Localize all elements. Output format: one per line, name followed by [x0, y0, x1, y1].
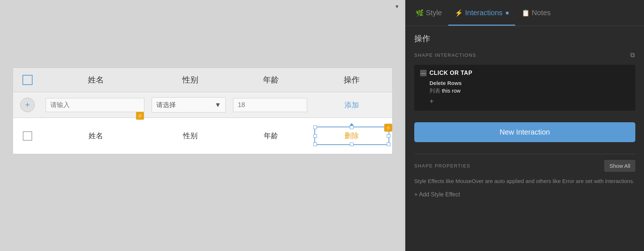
tab-interactions-label: Interactions: [465, 9, 502, 17]
action-row: Delete Rows 列表 this row: [420, 80, 630, 94]
lightning-badge-left: ⚡: [136, 112, 144, 120]
row-action-col: 删除 ⚡: [312, 125, 392, 146]
age-input[interactable]: [233, 98, 307, 112]
right-panel: 🌿 Style ⚡ Interactions 📋 Notes 操作 SHAPE …: [405, 0, 644, 251]
add-row-button[interactable]: +: [20, 98, 35, 112]
table-header-row: 姓名 性别 年龄 操作: [13, 68, 392, 92]
interaction-title: CLICK OR TAP: [429, 70, 473, 76]
handle-br: [387, 142, 390, 146]
shape-properties-header: SHAPE PROPERTIES Show All: [414, 160, 635, 172]
show-all-button[interactable]: Show All: [604, 160, 635, 172]
interactions-dot: [506, 12, 509, 14]
add-action-button[interactable]: +: [429, 97, 434, 105]
shape-properties-description: Style Effects like MouseOver are auto ap…: [414, 177, 635, 186]
header-age: 年龄: [230, 75, 311, 85]
plus-row: +: [420, 97, 630, 106]
input-gender-col: 请选择 ▼: [148, 97, 229, 112]
style-icon: 🌿: [416, 9, 424, 17]
input-row: + 请选择 ▼ 添加 ⚡: [13, 92, 392, 118]
shape-interactions-section: SHAPE INTERACTIONS ⧉: [414, 51, 635, 59]
handle-tm: [350, 126, 353, 129]
action-detail-prefix: 列表: [429, 88, 440, 94]
tab-interactions[interactable]: ⚡ Interactions: [448, 0, 515, 26]
table-container: 姓名 性别 年龄 操作 + 请选择 ▼ 添加: [13, 68, 393, 154]
header-checkbox[interactable]: [22, 75, 33, 85]
panel-tabs: 🌿 Style ⚡ Interactions 📋 Notes: [406, 0, 644, 26]
input-row-add-col: +: [13, 98, 42, 112]
input-age-col: [229, 98, 311, 112]
handle-bm: [350, 142, 353, 146]
expand-icon[interactable]: ⧉: [630, 51, 636, 59]
header-gender: 性别: [150, 75, 230, 85]
delete-button-label: 删除: [344, 132, 359, 140]
interaction-block: — CLICK OR TAP Delete Rows 列表 this row +: [414, 65, 635, 111]
name-input[interactable]: [46, 98, 144, 112]
panel-content: 操作 SHAPE INTERACTIONS ⧉ — CLICK OR TAP D…: [406, 26, 644, 251]
collapse-button[interactable]: —: [420, 70, 427, 76]
row-age: 年龄: [230, 131, 311, 141]
dropdown-icon: ▼: [215, 101, 221, 109]
handle-tl: [313, 126, 317, 129]
section-title: 操作: [414, 33, 635, 44]
handle-bl: [313, 142, 317, 146]
notes-icon: 📋: [522, 9, 530, 17]
handle-mr: [387, 134, 390, 138]
canvas: ▼ 姓名 性别 年龄 操作 + 请选择 ▼: [0, 0, 405, 251]
interaction-header-row: — CLICK OR TAP: [420, 70, 630, 76]
data-row[interactable]: 姓名 性别 年龄 删除 ⚡: [13, 118, 392, 154]
shape-interactions-label: SHAPE INTERACTIONS: [414, 52, 476, 58]
header-checkbox-col: [13, 75, 42, 85]
header-action: 操作: [312, 75, 392, 85]
interactions-icon: ⚡: [455, 9, 463, 17]
gender-select-label: 请选择: [156, 101, 176, 109]
handle-ml: [313, 134, 317, 138]
tab-style-label: Style: [426, 9, 442, 17]
row-name: 姓名: [42, 131, 150, 141]
gender-select[interactable]: 请选择 ▼: [152, 97, 226, 112]
action-detail: 列表 this row: [429, 88, 630, 94]
tab-notes-label: Notes: [532, 9, 551, 17]
row-gender: 性别: [150, 131, 230, 141]
row-checkbox-col: [13, 131, 42, 141]
shape-properties-label: SHAPE PROPERTIES: [414, 163, 470, 169]
new-interaction-button[interactable]: New Interaction: [414, 122, 635, 142]
action-detail-value: this row: [442, 88, 461, 94]
input-action-col: 添加: [311, 100, 392, 110]
row-checkbox[interactable]: [23, 131, 32, 141]
dropdown-arrow-icon: ▼: [394, 4, 399, 9]
action-label: Delete Rows: [429, 80, 630, 86]
input-name-col: [42, 98, 148, 112]
add-style-effect-button[interactable]: + Add Style Effect: [414, 191, 635, 198]
tab-style[interactable]: 🌿 Style: [409, 0, 448, 26]
divider: [414, 154, 635, 154]
selected-delete-element[interactable]: 删除 ⚡: [314, 127, 389, 145]
lightning-badge-right: ⚡: [384, 124, 392, 132]
header-name: 姓名: [42, 75, 150, 85]
tab-notes[interactable]: 📋 Notes: [515, 0, 557, 26]
add-link[interactable]: 添加: [344, 101, 359, 109]
